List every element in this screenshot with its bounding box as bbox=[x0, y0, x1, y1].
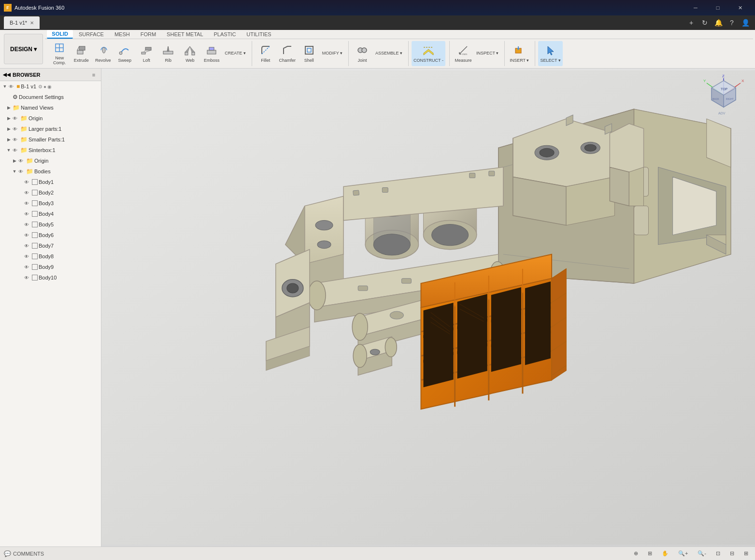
body10-eye[interactable]: 👁 bbox=[24, 275, 31, 280]
tab-help-button[interactable]: ? bbox=[726, 17, 738, 28]
body2-eye[interactable]: 👁 bbox=[24, 190, 31, 196]
tree-item-origin[interactable]: ▶ 👁 📁 Origin bbox=[0, 113, 101, 124]
tab-sheet-metal[interactable]: SHEET METAL bbox=[162, 30, 208, 38]
tool-extrude[interactable]: Extrude bbox=[71, 41, 92, 66]
tool-sweep[interactable]: Sweep bbox=[114, 41, 135, 66]
nav-tool-view1[interactable]: ⊡ bbox=[713, 549, 723, 558]
create-dropdown[interactable]: CREATE ▾ bbox=[223, 41, 247, 66]
tool-loft[interactable]: Loft bbox=[136, 41, 157, 66]
comments-section[interactable]: 💬 COMMENTS bbox=[4, 550, 44, 557]
nav-tool-fit[interactable]: ⊞ bbox=[645, 549, 655, 558]
smaller-parts-toggle[interactable]: ▶ bbox=[6, 137, 12, 142]
tab-mesh[interactable]: MESH bbox=[110, 30, 135, 38]
tree-item-sinterbox[interactable]: ▼ 👁 📁 Sinterbox:1 bbox=[0, 145, 101, 155]
tab-form[interactable]: FORM bbox=[136, 30, 161, 38]
viewport[interactable]: X Y Z TOP RIGHT BACK ADV bbox=[101, 69, 755, 546]
sinterbox-toggle[interactable]: ▼ bbox=[6, 147, 12, 153]
body7-eye[interactable]: 👁 bbox=[24, 243, 31, 249]
tree-item-sinterbox-origin[interactable]: ▶ 👁 📁 Origin bbox=[0, 155, 101, 166]
tool-rib[interactable]: Rib bbox=[157, 41, 179, 66]
tree-item-body9[interactable]: 👁 Body9 bbox=[0, 262, 101, 272]
tree-item-body10[interactable]: 👁 Body10 bbox=[0, 272, 101, 283]
document-tab[interactable]: B-1 v1* ✕ bbox=[4, 16, 40, 29]
nav-tool-view3[interactable]: ⊞ bbox=[741, 549, 751, 558]
bodies-eye[interactable]: 👁 bbox=[18, 169, 25, 174]
tree-item-root[interactable]: ▼ 👁 ■ B-1 v1 ⚙ ● ◉ bbox=[0, 81, 101, 92]
tree-item-body7[interactable]: 👁 Body7 bbox=[0, 240, 101, 251]
design-dropdown-button[interactable]: DESIGN ▾ bbox=[4, 34, 43, 64]
larger-parts-toggle[interactable]: ▶ bbox=[6, 126, 12, 132]
tab-surface[interactable]: SURFACE bbox=[74, 30, 109, 38]
tree-item-body3[interactable]: 👁 Body3 bbox=[0, 198, 101, 209]
tree-item-doc-settings[interactable]: ⚙ Document Settings bbox=[0, 92, 101, 102]
body9-eye[interactable]: 👁 bbox=[24, 265, 31, 270]
sinterbox-origin-eye[interactable]: 👁 bbox=[18, 158, 25, 164]
nav-tool-pan[interactable]: ✋ bbox=[659, 549, 671, 558]
tab-user-button[interactable]: 👤 bbox=[740, 17, 751, 28]
sinterbox-eye[interactable]: 👁 bbox=[13, 148, 19, 153]
viewcube[interactable]: X Y Z TOP RIGHT BACK ADV bbox=[702, 73, 745, 117]
browser-collapse-icon[interactable]: ◀◀ bbox=[3, 72, 11, 77]
tab-close-icon[interactable]: ✕ bbox=[30, 20, 34, 26]
tree-item-bodies[interactable]: ▼ 👁 📁 Bodies bbox=[0, 166, 101, 177]
tree-item-larger-parts[interactable]: ▶ 👁 📁 Larger parts:1 bbox=[0, 124, 101, 134]
tree-item-body1[interactable]: 👁 Body1 bbox=[0, 177, 101, 187]
larger-parts-eye[interactable]: 👁 bbox=[13, 126, 19, 132]
body8-eye[interactable]: 👁 bbox=[24, 254, 31, 259]
tab-bell-button[interactable]: 🔔 bbox=[712, 17, 724, 28]
browser-menu-icon[interactable]: ≡ bbox=[89, 70, 98, 79]
tool-new-component[interactable]: NewComp. bbox=[49, 41, 70, 66]
status-nav-tools: ⊕ ⊞ ✋ 🔍+ 🔍- ⊡ ⊟ ⊞ bbox=[631, 549, 751, 558]
tool-measure[interactable]: mm Measure bbox=[453, 41, 474, 66]
tree-item-body4[interactable]: 👁 Body4 bbox=[0, 209, 101, 219]
root-eye[interactable]: 👁 bbox=[9, 84, 15, 89]
tool-select[interactable]: SELECT ▾ bbox=[538, 41, 562, 66]
body6-label: Body6 bbox=[39, 232, 54, 238]
tab-refresh-button[interactable]: ↻ bbox=[699, 17, 711, 28]
maximize-button[interactable]: □ bbox=[707, 0, 729, 15]
tree-item-body6[interactable]: 👁 Body6 bbox=[0, 230, 101, 240]
tool-emboss[interactable]: Emboss bbox=[201, 41, 222, 66]
tree-item-named-views[interactable]: ▶ 📁 Named Views bbox=[0, 102, 101, 113]
tree-item-body2[interactable]: 👁 Body2 bbox=[0, 187, 101, 198]
named-views-toggle[interactable]: ▶ bbox=[6, 105, 12, 111]
body3-eye[interactable]: 👁 bbox=[24, 201, 31, 206]
tool-web[interactable]: Web bbox=[179, 41, 200, 66]
svg-point-83 bbox=[308, 281, 326, 310]
origin-eye[interactable]: 👁 bbox=[13, 116, 19, 121]
nav-tool-zoom-in[interactable]: 🔍+ bbox=[675, 549, 691, 558]
body4-eye[interactable]: 👁 bbox=[24, 211, 31, 217]
tree-item-body5[interactable]: 👁 Body5 bbox=[0, 219, 101, 230]
tab-plastic[interactable]: PLASTIC bbox=[209, 30, 241, 38]
body6-eye[interactable]: 👁 bbox=[24, 233, 31, 238]
bodies-toggle[interactable]: ▼ bbox=[12, 168, 17, 174]
tool-revolve[interactable]: Revolve bbox=[92, 41, 114, 66]
tree-item-smaller-parts[interactable]: ▶ 👁 📁 Smaller Parts:1 bbox=[0, 134, 101, 145]
tool-joint[interactable]: Joint bbox=[352, 41, 373, 66]
nav-tool-view2[interactable]: ⊟ bbox=[727, 549, 737, 558]
tool-insert-derive[interactable]: INSERT ▾ bbox=[508, 41, 531, 66]
tool-shell[interactable]: Shell bbox=[299, 41, 320, 66]
tab-utilities[interactable]: UTILITIES bbox=[242, 30, 276, 38]
assemble-dropdown[interactable]: ASSEMBLE ▾ bbox=[373, 41, 404, 66]
close-button[interactable]: ✕ bbox=[729, 0, 751, 15]
new-tab-button[interactable]: + bbox=[685, 17, 697, 28]
loft-label: Loft bbox=[143, 58, 150, 63]
nav-tool-orbit[interactable]: ⊕ bbox=[631, 549, 641, 558]
modify-dropdown[interactable]: MODIFY ▾ bbox=[320, 41, 344, 66]
origin-toggle[interactable]: ▶ bbox=[6, 115, 12, 121]
tree-item-body8[interactable]: 👁 Body8 bbox=[0, 251, 101, 262]
tab-solid[interactable]: SOLID bbox=[47, 30, 73, 39]
tool-construct-plane[interactable]: CONSTRUCT - bbox=[412, 41, 445, 66]
minimize-button[interactable]: ─ bbox=[684, 0, 707, 15]
tool-chamfer[interactable]: Chamfer bbox=[277, 41, 298, 66]
body5-eye[interactable]: 👁 bbox=[24, 222, 31, 227]
root-toggle[interactable]: ▼ bbox=[2, 84, 8, 89]
nav-tool-zoom-out[interactable]: 🔍- bbox=[695, 549, 709, 558]
sinterbox-origin-toggle[interactable]: ▶ bbox=[12, 158, 17, 164]
viewcube-container[interactable]: X Y Z TOP RIGHT BACK ADV bbox=[702, 73, 745, 118]
inspect-dropdown[interactable]: INSPECT ▾ bbox=[474, 41, 500, 66]
body1-eye[interactable]: 👁 bbox=[24, 180, 31, 185]
tool-fillet[interactable]: Fillet bbox=[255, 41, 276, 66]
smaller-parts-eye[interactable]: 👁 bbox=[13, 137, 19, 142]
